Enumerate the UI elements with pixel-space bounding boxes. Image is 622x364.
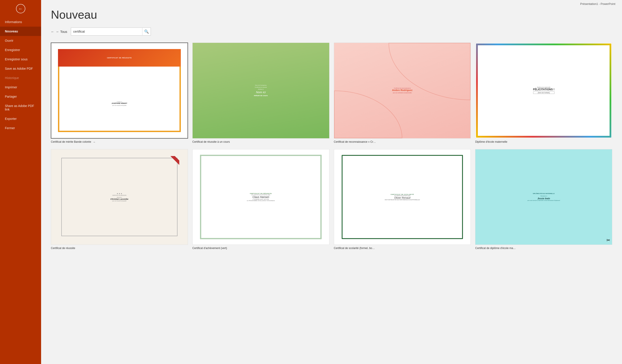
back-arrow-icon: ← [51, 30, 54, 34]
sidebar-back-section: ← [0, 0, 41, 17]
cert5-body: pour son travail remarquable [112, 200, 127, 201]
template-label-cert-merite: Certificat de mérite Bande colorée [51, 140, 91, 144]
template-label-cert-reussite: Certificat de réussite [51, 247, 188, 250]
cert2-preview: Nom de l'entreprise Certificat de réussi… [193, 43, 329, 138]
cert8-icon: ✂ [606, 237, 610, 243]
sidebar-item-save-adobe[interactable]: Save as Adobe PDF [0, 64, 41, 73]
template-card-cert-diplome-maternelle[interactable]: DIPLÔME D'ÉCOLE MATERNELLE Félicitations… [475, 149, 612, 250]
cert6-preview: Certificat de réussite CE CERTIFICAT ATT… [193, 149, 329, 245]
sidebar-item-enregistrer-sous[interactable]: Enregistrer sous [0, 55, 41, 64]
search-row: ← ← Tous 🔍 [51, 28, 612, 36]
cert4-name: [Nom de l'enfant] [533, 91, 554, 94]
cert7-border: Certificat de scolarité CE CERTIFICAT AT… [342, 155, 463, 239]
cert1-preview: CERTIFICAT DE RÉUSSITE Certificat à JOSÉ… [51, 43, 188, 138]
cert6-program: LE PROGRAMME EXCELLENCE IN BUSINESS [247, 200, 275, 201]
cert3-name: Ambre Rodriguez [392, 89, 412, 91]
search-box: 🔍 [71, 28, 151, 36]
template-label-row-1: Certificat de mérite Bande colorée → [51, 140, 188, 144]
cert4-congrats: FÉLICITATIONS ! [533, 88, 554, 91]
sidebar-item-imprimer[interactable]: Imprimer [0, 83, 41, 92]
page-title: Nouveau [51, 8, 612, 21]
template-thumb-cert-merite: CERTIFICAT DE RÉUSSITE Certificat à JOSÉ… [51, 43, 188, 139]
template-card-cert-reussite[interactable]: ★ ★ ★ CERTIFICAT DE RÉUSSITE décerné à C… [51, 149, 188, 250]
template-thumb-diplome-maternelle: Diplôme de maternelle FÉLICITATIONS ! [N… [475, 43, 612, 139]
pin-icon: → [92, 140, 96, 144]
cert3-preview: Certificat de reconnaissance Ambre Rodri… [334, 43, 471, 138]
cert6-name: Claus Hansen [252, 196, 269, 199]
sidebar-item-exporter[interactable]: Exporter [0, 114, 41, 123]
tous-back-button[interactable]: ← ← Tous [51, 30, 67, 34]
sidebar-item-historique: Historique [0, 73, 41, 83]
template-thumb-cert-reussite-cours: Nom de l'entreprise Certificat de réussi… [192, 43, 330, 139]
template-thumb-cert-diplome-maternelle: DIPLÔME D'ÉCOLE MATERNELLE Félicitations… [475, 149, 612, 245]
cert8-body: pour avoir terminé la maternelle à l'éco… [528, 200, 560, 201]
cert5-preview: ★ ★ ★ CERTIFICAT DE RÉUSSITE décerné à C… [51, 149, 188, 245]
sidebar-item-partager[interactable]: Partager [0, 92, 41, 101]
template-thumb-cert-reussite: ★ ★ ★ CERTIFICAT DE RÉUSSITE décerné à C… [51, 149, 188, 245]
template-thumb-cert-scolarite: Certificat de scolarité CE CERTIFICAT AT… [334, 149, 471, 245]
cert1-body-text: pour son travail remarquable [112, 105, 127, 106]
cert8-name: Jessie Irwin [537, 197, 550, 200]
template-card-diplome-maternelle[interactable]: Diplôme de maternelle FÉLICITATIONS ! [N… [475, 43, 612, 144]
cert5-stars: ★ ★ ★ [117, 193, 122, 195]
sidebar-item-informations[interactable]: Informations [0, 17, 41, 27]
template-label-diplome-maternelle: Diplôme d'école maternelle [475, 140, 612, 144]
template-label-cert-reconnaissance: Certificat de reconnaissance « Cr… [334, 140, 471, 144]
cert7-preview: Certificat de scolarité CE CERTIFICAT AT… [334, 149, 471, 245]
cert3-body: pour ses contributions exceptionnelles [393, 92, 412, 93]
cert5-border: ★ ★ ★ CERTIFICAT DE RÉUSSITE décerné à C… [61, 158, 177, 236]
cert1-topbar: CERTIFICAT DE RÉUSSITE [58, 49, 181, 67]
sidebar: ← Informations Nouveau Ouvrir Enregistre… [0, 0, 41, 364]
sidebar-item-fermer[interactable]: Fermer [0, 123, 41, 133]
cert5-ribbon [168, 156, 179, 167]
template-card-cert-reconnaissance[interactable]: Certificat de reconnaissance Ambre Rodri… [334, 43, 471, 144]
template-label-cert-reussite-cours: Certificat de réussite à un cours [192, 140, 330, 144]
cert2-company: Nom de l'entreprise [255, 85, 267, 86]
sidebar-item-enregistrer[interactable]: Enregistrer [0, 45, 41, 55]
tous-label: ← Tous [56, 30, 67, 34]
cert2-course: Intitulé du cours [254, 94, 268, 97]
cert2-subtitle: Certificat de réussite [255, 87, 267, 88]
template-grid: CERTIFICAT DE RÉUSSITE Certificat à JOSÉ… [51, 43, 612, 250]
cert2-name: Nom ici [256, 91, 266, 94]
template-thumb-cert-achevement-vert: Certificat de réussite CE CERTIFICAT ATT… [192, 149, 330, 245]
main-content: Présentation1 - PowerPoint Nouveau ← ← T… [41, 0, 622, 364]
search-input[interactable] [71, 30, 142, 33]
cert8-felicitations: Félicitations à [540, 195, 547, 197]
cert1-body: Certificat à JOSÉPHINE HÉBERT pour son t… [110, 100, 129, 107]
template-label-cert-diplome-maternelle: Certificat de diplôme d'école ma… [475, 247, 612, 250]
cert1-name: JOSÉPHINE HÉBERT [112, 103, 127, 104]
back-arrow-icon: ← [19, 6, 23, 11]
cert5-name: Christian Lacombe [110, 198, 128, 200]
sidebar-item-nouveau[interactable]: Nouveau [0, 27, 41, 36]
template-card-cert-reussite-cours[interactable]: Nom de l'entreprise Certificat de réussi… [192, 43, 330, 144]
template-label-cert-scolarite: Certificat de scolarité (formel, bo… [334, 247, 471, 250]
sidebar-item-ouvrir[interactable]: Ouvrir [0, 36, 41, 45]
cert8-title: DIPLÔME D'ÉCOLE MATERNELLE [533, 193, 555, 195]
cert1-border: CERTIFICAT DE RÉUSSITE Certificat à JOSÉ… [58, 49, 181, 132]
cert7-body: S'EST DISTINGUÉ PAR SES PERFORMANCES EXC… [385, 199, 420, 200]
cert7-name: Olivier Renaud [394, 196, 410, 199]
template-card-cert-merite[interactable]: CERTIFICAT DE RÉUSSITE Certificat à JOSÉ… [51, 43, 188, 144]
content-area: Nouveau ← ← Tous 🔍 [41, 0, 622, 364]
sidebar-nav: Informations Nouveau Ouvrir Enregistrer … [0, 17, 41, 364]
template-thumb-cert-reconnaissance: Certificat de reconnaissance Ambre Rodri… [334, 43, 471, 139]
cert2-attribue: Attribué à [258, 89, 264, 90]
sidebar-item-share-adobe[interactable]: Share as Adobe PDF link [0, 101, 41, 114]
cert1-title-text: CERTIFICAT DE RÉUSSITE [107, 57, 132, 59]
back-button[interactable]: ← [16, 4, 25, 13]
cert4-preview: Diplôme de maternelle FÉLICITATIONS ! [N… [475, 43, 612, 138]
search-icon: 🔍 [144, 29, 149, 34]
cert2-inner: Nom de l'entreprise Certificat de réussi… [254, 85, 268, 97]
cert6-border: Certificat de réussite CE CERTIFICAT ATT… [200, 155, 321, 239]
cert8-preview: DIPLÔME D'ÉCOLE MATERNELLE Félicitations… [475, 149, 612, 245]
cert3-deco2 [334, 91, 402, 138]
cert5-title: CERTIFICAT DE RÉUSSITE [112, 195, 127, 196]
cert4-content: Diplôme de maternelle FÉLICITATIONS ! [N… [533, 87, 554, 94]
template-card-cert-achevement-vert[interactable]: Certificat de réussite CE CERTIFICAT ATT… [192, 149, 330, 250]
search-button[interactable]: 🔍 [142, 28, 151, 36]
app-title: Présentation1 - PowerPoint [580, 2, 615, 5]
template-card-cert-scolarite[interactable]: Certificat de scolarité CE CERTIFICAT AT… [334, 149, 471, 250]
template-label-cert-achevement-vert: Certificat d'achèvement (vert) [192, 247, 330, 250]
